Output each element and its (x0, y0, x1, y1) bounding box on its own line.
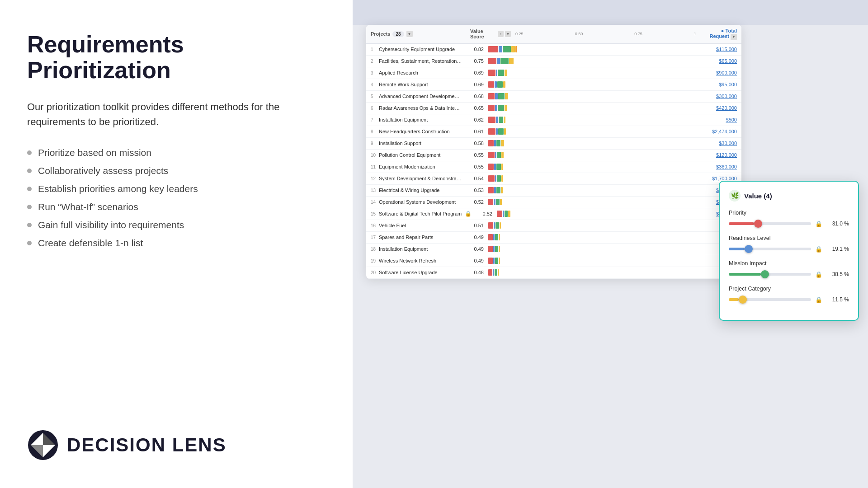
projects-table: Projects 28 ▼ Value Score ↕ ▼ 0.25 0.50 … (366, 25, 741, 279)
green-bar (495, 234, 498, 240)
table-row[interactable]: 8 New Headquarters Construction 0.61 $2,… (366, 126, 741, 138)
slider-row-2: Mission Impact 🔒 38.5 % (729, 260, 849, 278)
table-row[interactable]: 17 Spares and Repair Parts 0.49 2.000 (366, 232, 741, 244)
table-row[interactable]: 7 Installation Equipment 0.62 $500 (366, 114, 741, 126)
red-bar (488, 152, 495, 158)
slider-track-row: 🔒 11.5 % (729, 296, 849, 304)
yellow-bar (501, 164, 503, 170)
table-row[interactable]: 5 Advanced Component Development & Proto… (366, 91, 741, 103)
logo-area: DECISION LENS (27, 429, 326, 461)
slider-lock-icon[interactable]: 🔒 (815, 245, 823, 253)
row-total[interactable]: $115,000 (703, 47, 737, 52)
slider-value: 19.1 % (826, 246, 849, 252)
table-row[interactable]: 11 Equipment Modernization 0.55 $360,000 (366, 161, 741, 173)
total-filter-icon[interactable]: ▼ (731, 34, 737, 40)
row-number: 11 (371, 164, 379, 169)
row-total[interactable]: $30,000 (703, 141, 737, 146)
slider-thumb[interactable] (739, 296, 747, 304)
table-row[interactable]: 13 Electrical & Wiring Upgrade 0.53 $216… (366, 185, 741, 197)
score-options-icon[interactable]: ▼ (505, 31, 511, 37)
row-score: 0.68 (465, 94, 488, 99)
slider-row-3: Project Category 🔒 11.5 % (729, 286, 849, 304)
row-project-name: Spares and Repair Parts (379, 235, 465, 240)
table-row[interactable]: 10 Pollution Control Equipment 0.55 $120… (366, 150, 741, 161)
row-total[interactable]: $300,000 (703, 94, 737, 99)
table-row[interactable]: 2 Facilities, Sustainment, Restoration &… (366, 56, 741, 67)
slider-thumb[interactable] (745, 245, 753, 253)
row-score: 0.52 (473, 211, 497, 216)
blue-bar (495, 93, 498, 99)
table-body: 1 Cybersecurity Equipment Upgrade 0.82 $… (366, 44, 741, 279)
table-row[interactable]: 3 Applied Research 0.69 $900,000 (366, 67, 741, 79)
slider-track[interactable] (729, 298, 811, 301)
table-row[interactable]: 12 System Development & Demonstration 0.… (366, 173, 741, 185)
sliders-container: Priority 🔒 31.0 % Readiness Level 🔒 19.1… (729, 210, 849, 304)
table-row[interactable]: 14 Operational Systems Development 0.52 … (366, 197, 741, 208)
red-bar (488, 93, 495, 99)
row-total[interactable]: $2,474,000 (703, 129, 737, 134)
slider-thumb[interactable] (761, 270, 769, 278)
red-bar (488, 234, 493, 240)
bullet-item: Collaboratively assess projects (27, 162, 326, 180)
row-score: 0.55 (465, 164, 488, 169)
blue-bar (496, 117, 498, 123)
row-total[interactable]: $95,000 (703, 82, 737, 87)
blue-bar (496, 128, 498, 135)
yellow-bar (498, 269, 499, 276)
row-project-name: Operational Systems Development (379, 199, 465, 205)
table-row[interactable]: 1 Cybersecurity Equipment Upgrade 0.82 $… (366, 44, 741, 56)
row-total[interactable]: $65,000 (703, 58, 737, 64)
slider-track[interactable] (729, 248, 811, 250)
row-total[interactable]: $120,000 (703, 152, 737, 158)
row-score: 0.61 (465, 129, 488, 134)
chart-col-header: 0.25 0.50 0.75 1 (515, 32, 696, 36)
yellow-bar (500, 199, 502, 205)
popup-icon: 🌿 (729, 190, 741, 202)
projects-filter-icon[interactable]: ▼ (406, 31, 413, 37)
score-filter-icon[interactable]: ↕ (498, 31, 504, 37)
left-panel: Requirements Prioritization Our prioriti… (0, 0, 353, 488)
row-chart (488, 175, 703, 182)
blue-bar (493, 258, 495, 264)
row-total[interactable]: $420,000 (703, 105, 737, 111)
blue-bar (496, 70, 497, 76)
row-score: 0.58 (465, 141, 488, 146)
table-row[interactable]: 16 Vehicle Fuel 0.51 0.000 (366, 220, 741, 232)
table-row[interactable]: 6 Radar Awareness Ops & Data Integration… (366, 103, 741, 114)
green-bar (499, 117, 503, 123)
slider-thumb[interactable] (754, 220, 762, 228)
green-bar (505, 211, 508, 217)
total-col-header: ● Total Request ▼ (701, 28, 737, 40)
blue-bar (495, 81, 497, 88)
row-number: 18 (371, 247, 379, 252)
row-number: 10 (371, 153, 379, 158)
row-score: 0.54 (465, 176, 488, 181)
yellow-bar (505, 70, 507, 76)
row-number: 17 (371, 235, 379, 240)
table-row[interactable]: 18 Installation Equipment 0.49 5.000 (366, 244, 741, 255)
table-row[interactable]: 15 Software & Digital Tech Pilot Program… (366, 208, 741, 220)
row-total[interactable]: $360,000 (703, 164, 737, 169)
slider-lock-icon[interactable]: 🔒 (815, 296, 823, 304)
row-total[interactable]: $900,000 (703, 70, 737, 75)
green-bar (496, 140, 500, 146)
table-row[interactable]: 20 Software License Upgrade 0.48 8.000 (366, 267, 741, 279)
row-project-name: Installation Support (379, 141, 465, 146)
row-project-name: Remote Work Support (379, 82, 465, 87)
slider-track[interactable] (729, 273, 811, 276)
row-total[interactable]: $500 (703, 117, 737, 122)
yellow-bar (505, 105, 507, 111)
slider-lock-icon[interactable]: 🔒 (815, 270, 823, 278)
slider-lock-icon[interactable]: 🔒 (815, 220, 823, 228)
row-chart (497, 211, 703, 217)
row-project-name: System Development & Demonstration (379, 176, 465, 181)
blue-bar (495, 105, 497, 111)
green-bar (500, 58, 509, 64)
slider-track-row: 🔒 31.0 % (729, 220, 849, 228)
row-score: 0.49 (465, 246, 488, 252)
table-row[interactable]: 19 Wireless Network Refresh 0.49 8.000 (366, 255, 741, 267)
slider-track[interactable] (729, 222, 811, 225)
bullet-dot (27, 187, 32, 191)
table-row[interactable]: 9 Installation Support 0.58 $30,000 (366, 138, 741, 150)
table-row[interactable]: 4 Remote Work Support 0.69 $95,000 (366, 79, 741, 91)
